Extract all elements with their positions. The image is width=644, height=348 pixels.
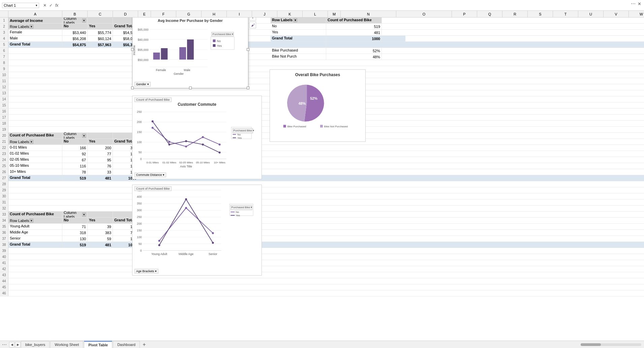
sheet-tab-pivot-table[interactable]: Pivot Table <box>84 341 112 348</box>
cell-a22[interactable]: 0-01 Miles <box>8 145 62 151</box>
add-sheet-button[interactable]: + <box>141 341 148 348</box>
sheet-tab-bike-buyers[interactable]: bike_buyers <box>21 341 50 348</box>
cell-o4[interactable]: 1000 <box>326 36 382 41</box>
sheet-tab-working-sheet[interactable]: Working Sheet <box>50 341 83 348</box>
cell-a33[interactable]: Count of Purchased Bike <box>8 212 62 217</box>
cell-b21[interactable]: No <box>62 139 88 145</box>
col-header-r[interactable]: R <box>502 11 528 18</box>
col-header-c[interactable]: C <box>88 11 113 18</box>
cell-b1[interactable]: Column Labels ▾ <box>62 18 88 23</box>
col-header-h[interactable]: H <box>202 11 227 18</box>
cell-b37[interactable]: 130 <box>62 236 88 242</box>
cell-a24[interactable]: 02-05 Miles <box>8 157 62 163</box>
window-close[interactable]: ✕ <box>638 1 641 6</box>
cell-a3[interactable]: Female <box>8 30 62 35</box>
chart3-container[interactable]: Count of Purchased Bike 450 400 350 300 … <box>132 185 262 276</box>
cell-c26[interactable]: 33 <box>88 169 113 175</box>
cell-o7[interactable]: 48% <box>326 54 382 60</box>
check-icon[interactable]: ✓ <box>49 3 53 8</box>
col-header-p[interactable]: P <box>452 11 477 18</box>
scroll-thumb[interactable] <box>581 343 601 346</box>
tab-nav-right[interactable]: ▶ <box>15 342 21 347</box>
cell-a1[interactable]: Average of Income <box>8 18 62 23</box>
cell-a4[interactable]: Male <box>8 36 62 41</box>
cell-a36[interactable]: Middle Age <box>8 230 62 235</box>
cell-b36[interactable]: 318 <box>62 230 88 235</box>
cell-o3[interactable]: 481 <box>326 30 382 35</box>
cell-a34[interactable]: Row Labels ▾ <box>8 218 62 223</box>
cell-b27[interactable]: 519 <box>62 175 88 181</box>
tab-options-button[interactable]: ⋯ <box>0 342 9 347</box>
cell-b5[interactable]: $54,875 <box>62 42 88 48</box>
cell-a27[interactable]: Grand Total <box>8 175 62 181</box>
tab-nav-left[interactable]: ◀ <box>9 342 14 347</box>
col-header-n[interactable]: N <box>341 11 396 18</box>
col-header-a[interactable]: A <box>8 11 62 18</box>
cell-a25[interactable]: 05-10 Miles <box>8 163 62 169</box>
cell-c3[interactable]: $55,774 <box>88 30 113 35</box>
cell-b35[interactable]: 71 <box>62 224 88 229</box>
cell-n4[interactable]: Grand Total <box>271 36 326 41</box>
cell-a26[interactable]: 10+ Miles <box>8 169 62 175</box>
col-header-l[interactable]: L <box>303 11 328 18</box>
col-header-e[interactable]: E <box>138 11 151 18</box>
col-header-d[interactable]: D <box>113 11 138 18</box>
cell-n3[interactable]: Yes <box>271 30 326 35</box>
cell-c2[interactable]: Yes <box>88 24 113 29</box>
cell-n7[interactable]: Bike Not Purch <box>271 54 326 60</box>
col-header-i[interactable]: I <box>227 11 252 18</box>
col-header-g[interactable]: G <box>176 11 202 18</box>
chart2-commute-filter[interactable]: Commute Distance ▾ <box>134 172 166 177</box>
col-header-w[interactable]: W <box>629 11 644 18</box>
cell-a37[interactable]: Senior <box>8 236 62 242</box>
col-header-v[interactable]: V <box>604 11 629 18</box>
cell-o2[interactable]: 519 <box>326 24 382 29</box>
cell-n2[interactable]: No <box>271 24 326 29</box>
cell-c21[interactable]: Yes <box>88 139 113 145</box>
cell-c25[interactable]: 76 <box>88 163 113 169</box>
cell-b34[interactable]: No <box>62 218 88 223</box>
cell-a20[interactable]: Count of Purchased Bike <box>8 133 62 138</box>
chart-style-button[interactable]: 🖌 <box>249 22 256 28</box>
cell-b24[interactable]: 67 <box>62 157 88 163</box>
cell-c35[interactable]: 39 <box>88 224 113 229</box>
col-header-u[interactable]: U <box>578 11 604 18</box>
cell-c27[interactable]: 481 <box>88 175 113 181</box>
chart3-age-filter[interactable]: Age Brackets ▾ <box>134 269 158 274</box>
cell-a2[interactable]: Row Labels ▾ <box>8 24 62 29</box>
col-header-k[interactable]: K <box>277 11 303 18</box>
cell-n6[interactable]: Bike Purchased <box>271 48 326 54</box>
cell-a21[interactable]: Row Labels ▾ <box>8 139 62 145</box>
cell-b20[interactable]: Column Labels ▾ <box>62 133 88 138</box>
cell-c37[interactable]: 59 <box>88 236 113 242</box>
col-header-b[interactable]: B <box>62 11 88 18</box>
scroll-track[interactable] <box>581 343 641 346</box>
col-header-f[interactable]: F <box>151 11 176 18</box>
cell-o6[interactable]: 52% <box>326 48 382 54</box>
chart1-gender-filter[interactable]: Gender ▾ <box>134 82 151 87</box>
col-header-j[interactable]: J <box>252 11 277 18</box>
cell-a38[interactable]: Grand Total <box>8 242 62 248</box>
cell-c34[interactable]: Yes <box>88 218 113 223</box>
cell-b26[interactable]: 78 <box>62 169 88 175</box>
col-header-q[interactable]: Q <box>477 11 502 18</box>
col-header-t[interactable]: T <box>553 11 578 18</box>
window-dots[interactable]: ⋯ <box>631 1 636 6</box>
chart2-container[interactable]: Count of Purchased Bike Customer Commute… <box>132 96 262 179</box>
cell-b33[interactable]: Column Labels ▾ <box>62 212 88 217</box>
cell-a23[interactable]: 01-02 Miles <box>8 151 62 157</box>
cell-b25[interactable]: 116 <box>62 163 88 169</box>
col-header-s[interactable]: S <box>528 11 553 18</box>
cell-b22[interactable]: 166 <box>62 145 88 151</box>
cell-b4[interactable]: $56,208 <box>62 36 88 41</box>
cell-c38[interactable]: 481 <box>88 242 113 248</box>
chart4-container[interactable]: Overall Bike Purchases 48% 52% <box>270 69 366 142</box>
col-header-o[interactable]: O <box>396 11 452 18</box>
cell-c5[interactable]: $57,963 <box>88 42 113 48</box>
cell-c23[interactable]: 77 <box>88 151 113 157</box>
cell-a5[interactable]: Grand Total <box>8 42 62 48</box>
cell-b2[interactable]: No <box>62 24 88 29</box>
cell-a35[interactable]: Young Adult <box>8 224 62 229</box>
cell-b23[interactable]: 92 <box>62 151 88 157</box>
cell-c24[interactable]: 95 <box>88 157 113 163</box>
